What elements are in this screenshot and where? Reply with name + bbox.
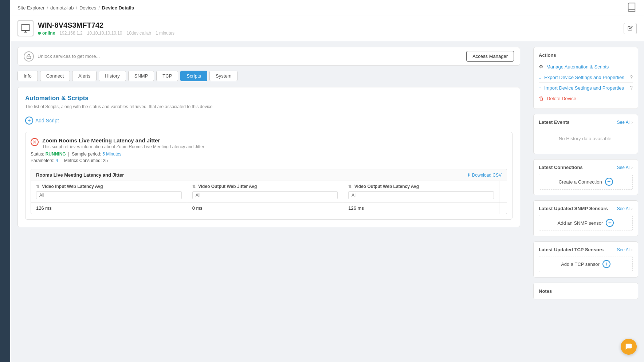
script-meta-1: Status: RUNNING | Sample period: 5 Minut… xyxy=(31,152,507,157)
filter-input-1[interactable] xyxy=(36,191,182,199)
chevron-right-icon: › xyxy=(631,120,633,125)
action-import[interactable]: ↑ Import Device Settings and Properties … xyxy=(539,83,633,93)
script-text: Zoom Rooms Live Meeting Latency and Jitt… xyxy=(42,137,204,149)
manage-scripts-link[interactable]: Manage Automation & Scripts xyxy=(546,64,633,70)
action-delete[interactable]: 🗑 Delete Device xyxy=(539,93,633,103)
data-section: Rooms Live Meeting Latency and Jitter ⬇ … xyxy=(31,169,507,214)
chevron-right-icon: › xyxy=(631,206,633,211)
script-description: This script retrieves information about … xyxy=(42,144,204,149)
filter-input-3[interactable] xyxy=(348,191,494,199)
edit-button[interactable] xyxy=(624,23,637,34)
add-snmp-button[interactable]: Add an SNMP sensor + xyxy=(539,215,633,231)
export-link[interactable]: Export Device Settings and Properties xyxy=(544,75,627,80)
actions-card: Actions ⚙ Manage Automation & Scripts ↓ … xyxy=(533,47,638,109)
latest-tcp-card: Latest Updated TCP Sensors See All › Add… xyxy=(533,241,638,278)
filter-input-2[interactable] xyxy=(192,191,338,199)
notes-card: Notes xyxy=(533,283,638,299)
script-status: RUNNING xyxy=(46,152,66,157)
latest-snmp-title: Latest Updated SNMP Sensors xyxy=(539,206,608,211)
sort-icon-3: ⇅ xyxy=(348,184,352,189)
device-ip1: 192.168.1.2 xyxy=(59,31,82,36)
tab-connect[interactable]: Connect xyxy=(40,71,70,81)
notes-title: Notes xyxy=(539,288,552,294)
lock-text: Unlock services to get more... xyxy=(38,54,100,59)
events-see-all[interactable]: See All › xyxy=(617,120,633,125)
sort-icon-2: ⇅ xyxy=(192,184,196,189)
automation-desc: The list of Scripts, along with the stat… xyxy=(25,104,513,109)
chevron-right-icon: › xyxy=(631,247,633,252)
actions-title: Actions xyxy=(539,52,633,58)
sort-icon-1: ⇅ xyxy=(36,184,39,189)
sidebar xyxy=(0,0,10,362)
cell-1-3: 126 ms xyxy=(343,202,499,214)
device-ip2: 10.10.10.10.10.10 xyxy=(87,31,122,36)
cell-scroll xyxy=(499,202,507,214)
create-connection-button[interactable]: Create a Connection + xyxy=(539,174,633,190)
device-icon xyxy=(17,20,34,36)
add-script-button[interactable]: + Add Script xyxy=(25,115,59,126)
breadcrumb-sep2: / xyxy=(76,5,77,11)
tab-scripts[interactable]: Scripts xyxy=(180,71,207,81)
content-card: Automation & Scripts The list of Scripts… xyxy=(17,87,520,227)
download-icon: ⬇ xyxy=(467,173,471,178)
cell-1-2: 0 ms xyxy=(187,202,343,214)
parameters-link[interactable]: 4 xyxy=(56,158,58,163)
tab-snmp[interactable]: SNMP xyxy=(128,71,154,81)
access-manager-button[interactable]: Access Manager xyxy=(466,51,514,62)
help-icon-export[interactable]: ? xyxy=(630,74,633,80)
sample-period-link[interactable]: 5 Minutes xyxy=(102,152,121,157)
breadcrumb-site-explorer[interactable]: Site Explorer xyxy=(17,5,44,11)
breadcrumb: Site Explorer / domotz-lab / Devices / D… xyxy=(17,5,134,11)
tab-system[interactable]: System xyxy=(209,71,237,81)
add-tcp-button[interactable]: Add a TCP sensor + xyxy=(539,256,633,272)
chat-button[interactable] xyxy=(621,339,637,355)
import-link[interactable]: Import Device Settings and Properties xyxy=(544,85,627,91)
breadcrumb-devices[interactable]: Devices xyxy=(79,5,96,11)
remove-script-button[interactable]: ✕ xyxy=(31,138,39,146)
latest-connections-header: Latest Connections See All › xyxy=(539,165,633,170)
device-ip3: 10device.lab xyxy=(127,31,151,36)
lock-banner: Unlock services to get more... Access Ma… xyxy=(17,47,520,66)
breadcrumb-sep1: / xyxy=(47,5,48,11)
gear-icon: ⚙ xyxy=(539,64,543,70)
action-export[interactable]: ↓ Export Device Settings and Properties … xyxy=(539,72,633,83)
device-name: WIN-8V4S3MFT742 xyxy=(38,21,174,29)
download-icon: ↓ xyxy=(539,74,541,80)
tab-history[interactable]: History xyxy=(99,71,126,81)
data-columns: ⇅ Video Input Web Latency Avg ⇅ Video Ou… xyxy=(31,181,507,202)
download-csv-link[interactable]: ⬇ Download CSV xyxy=(467,173,502,178)
tcp-see-all[interactable]: See All › xyxy=(617,247,633,252)
snmp-see-all[interactable]: See All › xyxy=(617,206,633,211)
device-info: WIN-8V4S3MFT742 online 192.168.1.2 10.10… xyxy=(38,21,174,36)
tab-tcp[interactable]: TCP xyxy=(156,71,178,81)
col-2: ⇅ Video Output Web Jitter Avg xyxy=(187,181,343,202)
latest-snmp-header: Latest Updated SNMP Sensors See All › xyxy=(539,206,633,211)
delete-link[interactable]: Delete Device xyxy=(547,96,633,101)
action-manage-scripts[interactable]: ⚙ Manage Automation & Scripts xyxy=(539,62,633,72)
breadcrumb-current: Device Details xyxy=(102,5,134,11)
trash-icon: 🗑 xyxy=(539,95,544,101)
connections-see-all[interactable]: See All › xyxy=(617,165,633,170)
data-rows: 126 ms 0 ms 126 ms xyxy=(31,202,507,214)
col-1: ⇅ Video Input Web Latency Avg xyxy=(31,181,187,202)
scroll-col xyxy=(499,181,507,202)
latest-connections-title: Latest Connections xyxy=(539,165,583,170)
help-icon-import[interactable]: ? xyxy=(630,85,633,91)
latest-tcp-title: Latest Updated TCP Sensors xyxy=(539,247,604,252)
script-name: Zoom Rooms Live Meeting Latency and Jitt… xyxy=(42,137,204,143)
tab-info[interactable]: Info xyxy=(17,71,38,81)
col-3: ⇅ Video Output Web Latency Avg xyxy=(343,181,499,202)
tab-alerts[interactable]: Alerts xyxy=(72,71,97,81)
breadcrumb-domotz[interactable]: domotz-lab xyxy=(50,5,74,11)
data-section-header: Rooms Live Meeting Latency and Jitter ⬇ … xyxy=(31,169,507,181)
lock-icon xyxy=(24,51,34,62)
col-header-3: ⇅ Video Output Web Latency Avg xyxy=(348,184,494,189)
lock-left: Unlock services to get more... xyxy=(24,51,100,62)
latest-events-header: Latest Events See All › xyxy=(539,119,633,125)
script-meta-2: Parameters: 4 | Metrics Consumed: 25 xyxy=(31,158,507,163)
device-header: WIN-8V4S3MFT742 online 192.168.1.2 10.10… xyxy=(10,16,644,41)
status-dot xyxy=(38,32,41,35)
plus-circle-icon: + xyxy=(25,117,33,125)
script-header: ✕ Zoom Rooms Live Meeting Latency and Ji… xyxy=(31,137,507,149)
latest-events-title: Latest Events xyxy=(539,119,570,125)
